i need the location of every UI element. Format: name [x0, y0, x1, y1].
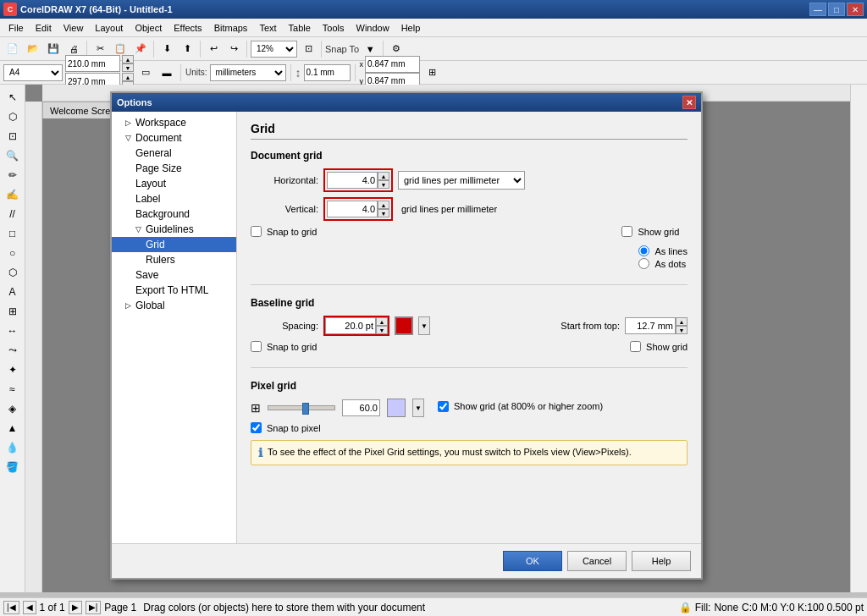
vertical-spin: ▲ ▼ — [378, 201, 389, 217]
global-expand-icon: ▷ — [125, 301, 131, 310]
show-grid-pixel-checkbox[interactable] — [438, 401, 449, 412]
global-label: Global — [135, 300, 165, 311]
horizontal-row: Horizontal: ▲ ▼ grid lines per millimete… — [251, 168, 688, 192]
show-grid-doc-row: Show grid — [621, 226, 688, 237]
document-expand-icon: ▽ — [125, 134, 131, 142]
as-dots-radio[interactable] — [638, 258, 649, 269]
snap-to-pixel-label: Snap to pixel — [267, 423, 321, 433]
vertical-up[interactable]: ▲ — [378, 201, 389, 209]
grid-label: Grid — [146, 239, 165, 250]
horizontal-down[interactable]: ▼ — [378, 180, 389, 189]
start-down[interactable]: ▼ — [676, 326, 688, 334]
doc-grid-text: Document grid — [251, 150, 323, 162]
info-text: To see the effect of the Pixel Grid sett… — [268, 446, 632, 459]
vertical-down[interactable]: ▼ — [378, 209, 389, 217]
vertical-row: Vertical: ▲ ▼ grid lines per millimeter — [251, 197, 688, 221]
tree-global[interactable]: ▷ Global — [112, 298, 236, 313]
horizontal-up[interactable]: ▲ — [378, 172, 389, 180]
info-icon: ℹ — [258, 446, 262, 459]
dialog-body: ▷ Workspace ▽ Document General Page Size… — [112, 112, 701, 543]
dialog-title-text: Options — [117, 97, 152, 107]
tree-save[interactable]: Save — [112, 267, 236, 283]
guidelines-expand-icon: ▽ — [135, 225, 141, 234]
start-from-top-label: Start from top: — [561, 321, 620, 331]
tree-workspace[interactable]: ▷ Workspace — [112, 115, 236, 130]
tree-general[interactable]: General — [112, 146, 236, 161]
info-box: ℹ To see the effect of the Pixel Grid se… — [251, 440, 688, 465]
snap-to-pixel-row: Snap to pixel — [251, 422, 688, 433]
options-dialog: Options ✕ ▷ Workspace ▽ Document General — [110, 91, 703, 580]
help-button[interactable]: Help — [632, 551, 691, 571]
document-grid-section: Document grid Horizontal: ▲ ▼ — [251, 150, 688, 271]
ok-button[interactable]: OK — [503, 551, 562, 571]
tree-page-size[interactable]: Page Size — [112, 161, 236, 176]
spacing-up[interactable]: ▲ — [376, 317, 388, 326]
horizontal-label: Horizontal: — [251, 175, 318, 185]
baseline-grid-section: Baseline grid Spacing: ▲ ▼ ▼ — [251, 284, 688, 355]
tree-grid[interactable]: Grid — [112, 237, 236, 252]
as-dots-row: As dots — [638, 258, 688, 269]
as-lines-row: As lines — [638, 245, 688, 256]
as-dots-label: As dots — [654, 259, 686, 269]
pixel-grid-text: Pixel grid — [251, 380, 296, 392]
tree-rulers[interactable]: Rulers — [112, 252, 236, 267]
grid-type-radio-group: As lines As dots — [638, 245, 688, 271]
document-label: Document — [135, 132, 182, 144]
guidelines-label: Guidelines — [146, 223, 194, 235]
section-title: Grid — [251, 122, 688, 140]
snap-to-grid-doc-checkbox[interactable] — [251, 226, 262, 237]
general-label: General — [135, 147, 172, 159]
tree-guidelines[interactable]: ▽ Guidelines — [112, 222, 236, 237]
baseline-grid-text: Baseline grid — [251, 297, 314, 309]
show-grid-baseline-checkbox[interactable] — [630, 341, 641, 352]
as-lines-radio[interactable] — [638, 245, 649, 256]
snap-to-pixel-checkbox[interactable] — [251, 422, 262, 433]
snap-to-grid-baseline-row: Snap to grid — [251, 341, 613, 352]
dialog-close-button[interactable]: ✕ — [682, 96, 696, 109]
options-tree: ▷ Workspace ▽ Document General Page Size… — [112, 112, 237, 543]
dialog-overlay: Options ✕ ▷ Workspace ▽ Document General — [0, 0, 867, 616]
workspace-expand-icon: ▷ — [125, 118, 131, 127]
document-grid-label: Document grid — [251, 150, 688, 162]
pixel-controls-row: ⊞ ▼ Show grid (at 800% or higher zoom) — [251, 399, 688, 417]
pixel-slider-thumb[interactable] — [302, 403, 309, 415]
show-grid-doc-checkbox[interactable] — [621, 226, 632, 237]
baseline-left: Snap to grid — [251, 341, 613, 355]
layout-label: Layout — [135, 178, 166, 190]
pixel-color-btn[interactable] — [387, 399, 406, 417]
spacing-down[interactable]: ▼ — [376, 326, 388, 334]
tree-document[interactable]: ▽ Document — [112, 130, 236, 146]
vertical-unit-label: grid lines per millimeter — [401, 204, 497, 214]
vertical-input[interactable] — [327, 201, 378, 217]
tree-label[interactable]: Label — [112, 191, 236, 206]
start-up[interactable]: ▲ — [676, 317, 688, 326]
show-grid-pixel-label: Show grid (at 800% or higher zoom) — [454, 401, 603, 411]
horizontal-input[interactable] — [327, 172, 378, 189]
tree-export-html[interactable]: Export To HTML — [112, 283, 236, 298]
snap-to-grid-baseline-label: Snap to grid — [267, 342, 317, 352]
start-from-top-input[interactable] — [625, 317, 676, 334]
horizontal-unit-select[interactable]: grid lines per millimeter grid lines per… — [398, 171, 525, 190]
spacing-spin: ▲ ▼ — [376, 317, 388, 334]
start-spin: ▲ ▼ — [676, 317, 688, 334]
start-from-top-group: Start from top: ▲ ▼ — [561, 317, 688, 334]
pixel-grid-section: Pixel grid ⊞ ▼ Show grid (at 800% or hig… — [251, 367, 688, 465]
horizontal-spin: ▲ ▼ — [378, 172, 389, 189]
cancel-button[interactable]: Cancel — [567, 551, 627, 571]
spacing-row: Spacing: ▲ ▼ ▼ Start from top: — [251, 316, 688, 336]
content-panel: Grid Document grid Horizontal: ▲ ▼ — [237, 112, 701, 543]
rulers-label: Rulers — [146, 254, 175, 266]
spacing-input[interactable] — [325, 317, 376, 334]
baseline-color-btn[interactable] — [395, 316, 413, 335]
pixel-color-dropdown[interactable]: ▼ — [412, 399, 424, 417]
baseline-color-dropdown[interactable]: ▼ — [418, 316, 430, 335]
pixel-value-input[interactable] — [342, 399, 380, 416]
doc-grid-left: Snap to grid — [251, 226, 605, 240]
tree-background[interactable]: Background — [112, 206, 236, 222]
tree-layout[interactable]: Layout — [112, 176, 236, 191]
export-html-label: Export To HTML — [135, 284, 208, 296]
snap-to-grid-baseline-checkbox[interactable] — [251, 341, 262, 352]
pixel-grid-label: Pixel grid — [251, 380, 688, 392]
vertical-label: Vertical: — [251, 204, 318, 214]
vertical-input-group: ▲ ▼ — [323, 197, 393, 221]
